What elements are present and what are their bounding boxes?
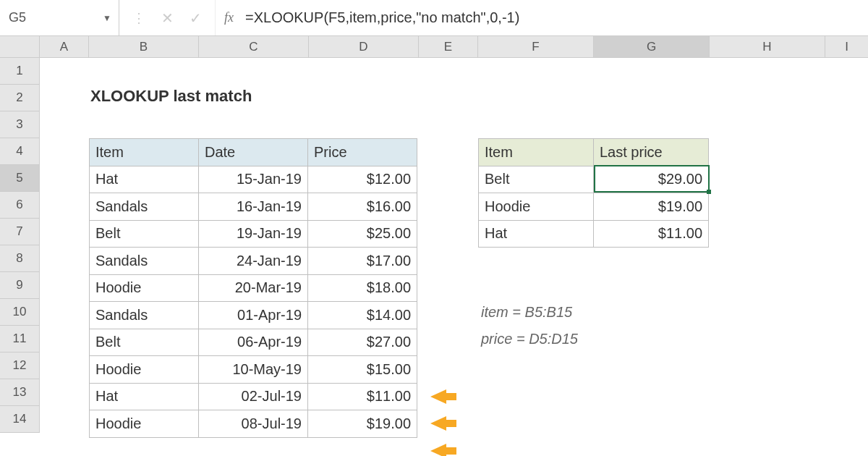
- arrow-icon: [430, 389, 446, 404]
- table-row[interactable]: Hoodie$19.00: [479, 193, 709, 221]
- cell-date[interactable]: 08-Jul-19: [199, 410, 308, 438]
- col-header-C[interactable]: C: [199, 36, 309, 58]
- cell-price[interactable]: $17.00: [308, 248, 417, 275]
- cell-item[interactable]: Belt: [90, 329, 199, 356]
- formula-bar: G5 ▼ ⋮ ✕ ✓ fx =XLOOKUP(F5,item,price,"no…: [0, 0, 868, 36]
- col-header-I[interactable]: I: [825, 36, 868, 58]
- cell-price[interactable]: $19.00: [594, 193, 709, 221]
- cell-date[interactable]: 15-Jan-19: [199, 166, 308, 193]
- cell-date[interactable]: 06-Apr-19: [199, 329, 308, 356]
- row-header-1[interactable]: 1: [0, 58, 40, 85]
- cell-item[interactable]: Sandals: [90, 302, 199, 329]
- name-box[interactable]: G5 ▼: [0, 0, 119, 35]
- col-header-date: Date: [199, 139, 308, 166]
- row-header-3[interactable]: 3: [0, 111, 40, 138]
- cell-item[interactable]: Hoodie: [90, 356, 199, 384]
- table-row[interactable]: Belt06-Apr-19$27.00: [90, 329, 417, 356]
- table-row[interactable]: Hoodie10-May-19$15.00: [90, 356, 417, 384]
- col-header-B[interactable]: B: [89, 36, 199, 58]
- fx-icon[interactable]: fx: [216, 10, 242, 25]
- cell-price[interactable]: $19.00: [308, 410, 417, 438]
- table-row[interactable]: Sandals16-Jan-19$16.00: [90, 193, 417, 221]
- row-header-11[interactable]: 11: [0, 326, 40, 352]
- row-header-14[interactable]: 14: [0, 406, 40, 433]
- row-header-12[interactable]: 12: [0, 352, 40, 379]
- cell-price[interactable]: $11.00: [308, 383, 417, 410]
- cell-price[interactable]: $25.00: [308, 220, 417, 248]
- table-row[interactable]: Hat15-Jan-19$12.00: [90, 166, 417, 193]
- lookup-header-price: Last price: [594, 139, 709, 166]
- row-header-6[interactable]: 6: [0, 192, 40, 219]
- page-title: XLOOKUP last match: [90, 87, 252, 106]
- lookup-header-item: Item: [479, 139, 594, 166]
- cell-date[interactable]: 02-Jul-19: [199, 383, 308, 410]
- table-row[interactable]: Hoodie08-Jul-19$19.00: [90, 410, 417, 438]
- arrow-icon: [430, 444, 446, 457]
- cell-item[interactable]: Sandals: [90, 248, 199, 275]
- cell-item[interactable]: Hoodie: [90, 274, 199, 302]
- row-header-2[interactable]: 2: [0, 85, 40, 111]
- cell-price[interactable]: $14.00: [308, 302, 417, 329]
- col-header-F[interactable]: F: [478, 36, 594, 58]
- cell-item[interactable]: Sandals: [90, 193, 199, 221]
- cell-item[interactable]: Hoodie: [90, 410, 199, 438]
- col-header-E[interactable]: E: [419, 36, 478, 58]
- col-header-item: Item: [90, 139, 199, 166]
- cell-date[interactable]: 20-Mar-19: [199, 274, 308, 302]
- cell-date[interactable]: 01-Apr-19: [199, 302, 308, 329]
- col-header-A[interactable]: A: [40, 36, 89, 58]
- enter-icon[interactable]: ✓: [190, 9, 202, 27]
- row-header-8[interactable]: 8: [0, 245, 40, 272]
- cell-date[interactable]: 19-Jan-19: [199, 220, 308, 248]
- col-header-D[interactable]: D: [309, 36, 419, 58]
- cell-item[interactable]: Hat: [90, 166, 199, 193]
- table-row[interactable]: Hat$11.00: [479, 220, 709, 248]
- table-row[interactable]: Sandals01-Apr-19$14.00: [90, 302, 417, 329]
- cell-price[interactable]: $18.00: [308, 274, 417, 302]
- table-row[interactable]: Hoodie20-Mar-19$18.00: [90, 274, 417, 302]
- spreadsheet-grid: 1234567891011121314 ABCDEFGHI XLOOKUP la…: [0, 36, 868, 456]
- table-row[interactable]: Hat02-Jul-19$11.00: [90, 383, 417, 410]
- cell-item[interactable]: Belt: [90, 220, 199, 248]
- table-row[interactable]: Belt$29.00: [479, 166, 709, 193]
- cell-date[interactable]: 16-Jan-19: [199, 193, 308, 221]
- row-header-4[interactable]: 4: [0, 138, 40, 165]
- cancel-icon[interactable]: ✕: [161, 9, 174, 27]
- col-header-H[interactable]: H: [710, 36, 825, 58]
- expand-handle-icon[interactable]: ⋮: [132, 10, 145, 26]
- cell-date[interactable]: 24-Jan-19: [199, 248, 308, 275]
- cell-date[interactable]: 10-May-19: [199, 356, 308, 384]
- cell-item[interactable]: Hoodie: [479, 193, 594, 221]
- col-header-G[interactable]: G: [594, 36, 710, 58]
- formula-input[interactable]: =XLOOKUP(F5,item,price,"no match",0,-1): [242, 9, 868, 26]
- row-header-7[interactable]: 7: [0, 219, 40, 245]
- cell-item[interactable]: Belt: [479, 166, 594, 193]
- row-header-10[interactable]: 10: [0, 299, 40, 326]
- row-header-5[interactable]: 5: [0, 165, 40, 192]
- cell-price[interactable]: $15.00: [308, 356, 417, 384]
- col-header-price: Price: [308, 139, 417, 166]
- cell-item[interactable]: Hat: [90, 383, 199, 410]
- cell-item[interactable]: Hat: [479, 220, 594, 248]
- lookup-table: Item Last price Belt$29.00Hoodie$19.00Ha…: [478, 138, 709, 248]
- table-row[interactable]: Belt19-Jan-19$25.00: [90, 220, 417, 248]
- formula-bar-buttons: ⋮ ✕ ✓: [119, 0, 216, 35]
- main-data-table: Item Date Price Hat15-Jan-19$12.00Sandal…: [89, 138, 417, 438]
- name-box-value: G5: [9, 10, 26, 25]
- note-price-range: price = D5:D15: [481, 331, 578, 347]
- cell-price[interactable]: $11.00: [594, 220, 709, 248]
- cell-price[interactable]: $12.00: [308, 166, 417, 193]
- name-box-dropdown-icon[interactable]: ▼: [103, 13, 111, 23]
- cell-price[interactable]: $29.00: [594, 166, 709, 193]
- note-item-range: item = B5:B15: [481, 304, 572, 321]
- cell-price[interactable]: $16.00: [308, 193, 417, 221]
- select-all-corner[interactable]: [0, 36, 40, 58]
- table-row[interactable]: Sandals24-Jan-19$17.00: [90, 248, 417, 275]
- row-header-13[interactable]: 13: [0, 379, 40, 406]
- arrow-icon: [430, 416, 446, 431]
- row-header-9[interactable]: 9: [0, 272, 40, 299]
- cell-price[interactable]: $27.00: [308, 329, 417, 356]
